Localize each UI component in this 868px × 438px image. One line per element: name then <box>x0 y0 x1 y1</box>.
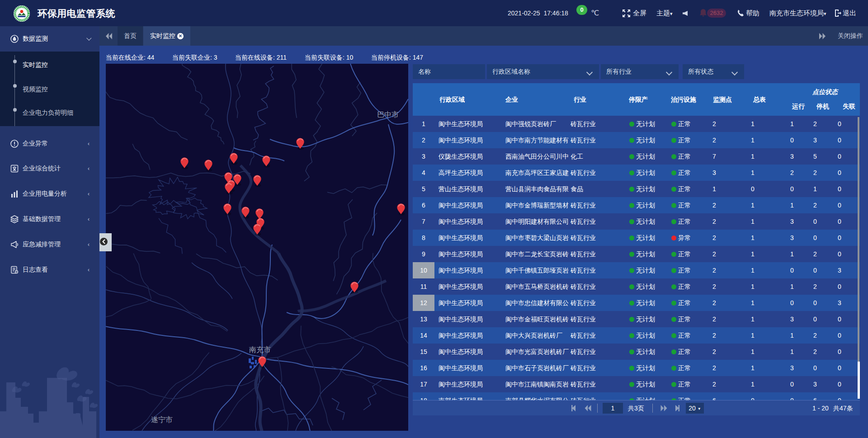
svg-text:遂宁市: 遂宁市 <box>151 416 173 424</box>
svg-text:巴中市: 巴中市 <box>377 111 399 118</box>
svg-text:南充市: 南充市 <box>249 346 271 353</box>
